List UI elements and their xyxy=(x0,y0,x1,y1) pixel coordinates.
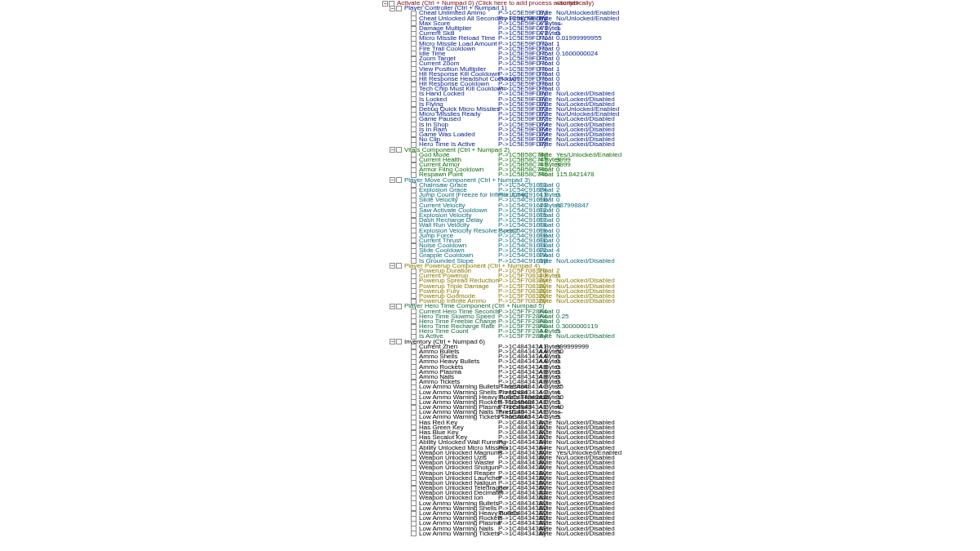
expander-placeholder xyxy=(404,531,410,536)
entry-description[interactable]: Low Ammo Warning Tickets xyxy=(419,530,499,538)
freeze-checkbox[interactable] xyxy=(411,531,416,536)
entry-value[interactable]: No/Locked/Disabled xyxy=(556,530,654,538)
table-row[interactable]: Low Ammo Warning TicketsP->1C484343AF4By… xyxy=(0,531,980,536)
cheat-table-tree: −Activate (Ctrl + Numpad 0) (Click here … xyxy=(0,0,980,536)
